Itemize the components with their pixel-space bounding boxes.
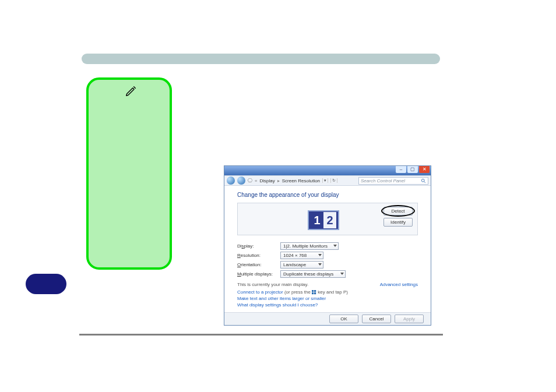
detect-button[interactable]: Detect bbox=[383, 207, 413, 216]
search-placeholder: Search Control Panel bbox=[361, 178, 405, 183]
connect-projector-link[interactable]: Connect to a projector bbox=[237, 289, 283, 295]
chevron-down-icon bbox=[318, 254, 322, 256]
breadcrumb-chevron-icon: ▸ bbox=[277, 178, 280, 183]
window-body: Change the appearance of your display 1 … bbox=[224, 186, 431, 312]
breadcrumb-root-icon: 🖵 bbox=[248, 178, 252, 183]
svg-line-1 bbox=[424, 181, 425, 182]
display-select-value: 1|2. Multiple Monitors bbox=[283, 243, 328, 249]
back-button[interactable] bbox=[227, 176, 235, 185]
breadcrumb[interactable]: 🖵 « Display ▸ Screen Resolution bbox=[248, 178, 320, 183]
explorer-nav-row: 🖵 « Display ▸ Screen Resolution ▾ ↻ Sear… bbox=[224, 175, 431, 186]
resolution-label: Resolution: bbox=[237, 253, 280, 258]
maximize-button[interactable]: ▢ bbox=[407, 166, 418, 173]
search-input[interactable]: Search Control Panel bbox=[358, 177, 428, 185]
window-footer: OK Cancel Apply bbox=[224, 312, 431, 325]
chevron-down-icon bbox=[333, 245, 337, 247]
chevron-down-icon bbox=[318, 263, 322, 266]
chevron-down-icon bbox=[340, 273, 344, 275]
orientation-select[interactable]: Landscape bbox=[280, 261, 323, 269]
minimize-button[interactable]: – bbox=[396, 166, 406, 173]
projector-hint-2: key and tap P) bbox=[316, 289, 348, 295]
multiple-displays-label: Multiple displays: bbox=[237, 271, 280, 277]
resolution-select[interactable]: 1024 × 768 bbox=[280, 252, 323, 259]
monitor-2-label: 2 bbox=[323, 212, 336, 228]
monitor-1-label: 1 bbox=[311, 212, 323, 228]
breadcrumb-refresh-icon[interactable]: ↻ bbox=[330, 178, 337, 183]
divider-line bbox=[79, 334, 443, 336]
breadcrumb-display[interactable]: Display bbox=[259, 178, 275, 183]
windows-key-icon bbox=[312, 290, 316, 295]
annotation-panel bbox=[86, 77, 172, 270]
orientation-select-value: Landscape bbox=[283, 262, 306, 267]
ok-button[interactable]: OK bbox=[329, 315, 358, 323]
cancel-button[interactable]: Cancel bbox=[362, 315, 391, 323]
svg-rect-4 bbox=[312, 292, 314, 294]
breadcrumb-screen-resolution[interactable]: Screen Resolution bbox=[282, 178, 320, 183]
display-settings-form: Display: 1|2. Multiple Monitors Resoluti… bbox=[237, 241, 418, 278]
breadcrumb-sep: « bbox=[255, 178, 257, 183]
svg-rect-3 bbox=[314, 290, 316, 292]
multiple-displays-select-value: Duplicate these displays bbox=[283, 271, 333, 277]
screen-resolution-window: – ▢ ✕ 🖵 « Display ▸ Screen Resolution ▾ … bbox=[224, 165, 431, 326]
advanced-settings-link[interactable]: Advanced settings bbox=[380, 282, 418, 287]
display-select[interactable]: 1|2. Multiple Monitors bbox=[280, 242, 339, 250]
pen-icon bbox=[125, 84, 138, 97]
search-icon bbox=[421, 178, 426, 183]
svg-point-0 bbox=[421, 179, 424, 182]
svg-rect-2 bbox=[312, 290, 314, 292]
close-button[interactable]: ✕ bbox=[419, 166, 430, 173]
projector-hint-1: (or press the bbox=[283, 289, 312, 295]
display-help-link[interactable]: What display settings should I choose? bbox=[237, 302, 318, 308]
breadcrumb-dropdown-icon[interactable]: ▾ bbox=[322, 178, 328, 183]
window-titlebar[interactable]: – ▢ ✕ bbox=[224, 166, 431, 175]
forward-button[interactable] bbox=[237, 176, 245, 185]
svg-rect-5 bbox=[314, 292, 316, 294]
side-pill bbox=[26, 274, 66, 294]
display-label: Display: bbox=[237, 243, 280, 249]
resolution-select-value: 1024 × 768 bbox=[283, 253, 307, 258]
monitor-preview[interactable]: 1 2 bbox=[308, 210, 339, 230]
apply-button[interactable]: Apply bbox=[395, 315, 424, 323]
identify-button[interactable]: Identify bbox=[383, 218, 413, 227]
main-display-note: This is currently your main display. bbox=[237, 282, 308, 287]
display-preview-box: 1 2 Detect Identify bbox=[237, 203, 418, 235]
page-title: Change the appearance of your display bbox=[237, 192, 418, 198]
multiple-displays-select[interactable]: Duplicate these displays bbox=[280, 270, 346, 278]
top-decorative-bar bbox=[82, 54, 440, 64]
text-size-link[interactable]: Make text and other items larger or smal… bbox=[237, 296, 326, 301]
orientation-label: Orientation: bbox=[237, 262, 280, 267]
